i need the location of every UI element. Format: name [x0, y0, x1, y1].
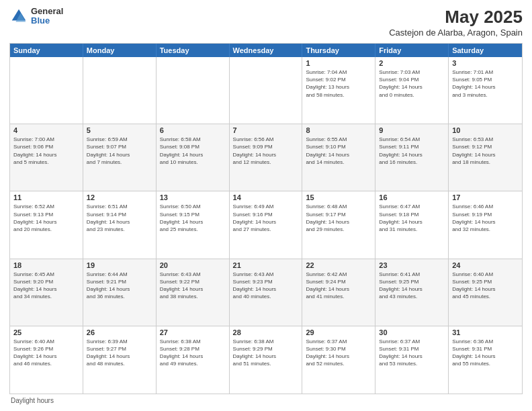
cal-cell-w3-d6: 16Sunrise: 6:47 AM Sunset: 9:18 PM Dayli… — [375, 191, 449, 258]
main-title: May 2025 — [389, 7, 523, 28]
cal-cell-w5-d3: 27Sunrise: 6:38 AM Sunset: 9:28 PM Dayli… — [157, 326, 230, 394]
day-number-23: 23 — [379, 261, 445, 269]
calendar-header: SundayMondayTuesdayWednesdayThursdayFrid… — [10, 44, 522, 57]
header-day-saturday: Saturday — [449, 44, 522, 57]
cal-cell-w3-d2: 12Sunrise: 6:51 AM Sunset: 9:14 PM Dayli… — [83, 191, 157, 258]
day-info-20: Sunrise: 6:43 AM Sunset: 9:22 PM Dayligh… — [160, 271, 226, 301]
header-day-wednesday: Wednesday — [230, 44, 303, 57]
day-info-14: Sunrise: 6:49 AM Sunset: 9:16 PM Dayligh… — [233, 203, 299, 233]
cal-cell-w5-d5: 29Sunrise: 6:37 AM Sunset: 9:30 PM Dayli… — [302, 326, 375, 394]
day-info-26: Sunrise: 6:39 AM Sunset: 9:27 PM Dayligh… — [87, 338, 152, 368]
day-number-25: 25 — [13, 328, 79, 336]
week-row-2: 4Sunrise: 7:00 AM Sunset: 9:06 PM Daylig… — [10, 124, 522, 191]
day-number-9: 9 — [379, 126, 445, 134]
day-number-17: 17 — [452, 193, 519, 201]
day-number-14: 14 — [233, 193, 299, 201]
day-number-22: 22 — [306, 261, 371, 269]
day-number-8: 8 — [306, 126, 371, 134]
day-number-27: 27 — [160, 328, 226, 336]
cal-cell-w1-d5: 1Sunrise: 7:04 AM Sunset: 9:02 PM Daylig… — [302, 57, 375, 124]
day-info-22: Sunrise: 6:42 AM Sunset: 9:24 PM Dayligh… — [306, 271, 371, 301]
day-number-21: 21 — [233, 261, 299, 269]
day-info-29: Sunrise: 6:37 AM Sunset: 9:30 PM Dayligh… — [306, 338, 371, 368]
day-info-8: Sunrise: 6:55 AM Sunset: 9:10 PM Dayligh… — [306, 136, 371, 166]
day-info-25: Sunrise: 6:40 AM Sunset: 9:26 PM Dayligh… — [13, 338, 79, 368]
day-number-19: 19 — [87, 261, 152, 269]
day-info-9: Sunrise: 6:54 AM Sunset: 9:11 PM Dayligh… — [379, 136, 445, 166]
cal-cell-w5-d7: 31Sunrise: 6:36 AM Sunset: 9:31 PM Dayli… — [449, 326, 522, 394]
day-info-21: Sunrise: 6:43 AM Sunset: 9:23 PM Dayligh… — [233, 271, 299, 301]
subtitle: Castejon de Alarba, Aragon, Spain — [389, 28, 523, 38]
day-number-28: 28 — [233, 328, 299, 336]
day-info-5: Sunrise: 6:59 AM Sunset: 9:07 PM Dayligh… — [87, 136, 152, 166]
cal-cell-w3-d3: 13Sunrise: 6:50 AM Sunset: 9:15 PM Dayli… — [157, 191, 230, 258]
cal-cell-w4-d1: 18Sunrise: 6:45 AM Sunset: 9:20 PM Dayli… — [10, 259, 83, 326]
day-info-2: Sunrise: 7:03 AM Sunset: 9:04 PM Dayligh… — [379, 68, 445, 99]
header: General Blue May 2025 Castejon de Alarba… — [9, 7, 523, 38]
cal-cell-w2-d4: 7Sunrise: 6:56 AM Sunset: 9:09 PM Daylig… — [230, 124, 303, 191]
cal-cell-w1-d4 — [230, 57, 303, 124]
cal-cell-w4-d3: 20Sunrise: 6:43 AM Sunset: 9:22 PM Dayli… — [157, 259, 230, 326]
day-info-15: Sunrise: 6:48 AM Sunset: 9:17 PM Dayligh… — [306, 203, 371, 233]
cal-cell-w1-d2 — [83, 57, 157, 124]
day-number-16: 16 — [379, 193, 445, 201]
cal-cell-w1-d7: 3Sunrise: 7:01 AM Sunset: 9:05 PM Daylig… — [449, 57, 522, 124]
cal-cell-w4-d6: 23Sunrise: 6:41 AM Sunset: 9:25 PM Dayli… — [375, 259, 449, 326]
day-number-31: 31 — [452, 328, 519, 336]
cal-cell-w2-d6: 9Sunrise: 6:54 AM Sunset: 9:11 PM Daylig… — [375, 124, 449, 191]
cal-cell-w2-d1: 4Sunrise: 7:00 AM Sunset: 9:06 PM Daylig… — [10, 124, 83, 191]
footer-note: Daylight hours — [9, 394, 523, 404]
cal-cell-w2-d3: 6Sunrise: 6:58 AM Sunset: 9:08 PM Daylig… — [157, 124, 230, 191]
cal-cell-w5-d2: 26Sunrise: 6:39 AM Sunset: 9:27 PM Dayli… — [83, 326, 157, 394]
cal-cell-w4-d2: 19Sunrise: 6:44 AM Sunset: 9:21 PM Dayli… — [83, 259, 157, 326]
cal-cell-w3-d7: 17Sunrise: 6:46 AM Sunset: 9:19 PM Dayli… — [449, 191, 522, 258]
cal-cell-w3-d1: 11Sunrise: 6:52 AM Sunset: 9:13 PM Dayli… — [10, 191, 83, 258]
cal-cell-w1-d1 — [10, 57, 83, 124]
day-number-1: 1 — [306, 59, 371, 67]
logo-blue-text: Blue — [31, 16, 63, 26]
day-info-23: Sunrise: 6:41 AM Sunset: 9:25 PM Dayligh… — [379, 271, 445, 301]
day-number-12: 12 — [87, 193, 152, 201]
cal-cell-w5-d1: 25Sunrise: 6:40 AM Sunset: 9:26 PM Dayli… — [10, 326, 83, 394]
day-info-11: Sunrise: 6:52 AM Sunset: 9:13 PM Dayligh… — [13, 203, 79, 233]
cal-cell-w1-d6: 2Sunrise: 7:03 AM Sunset: 9:04 PM Daylig… — [375, 57, 449, 124]
logo-text: General Blue — [31, 7, 63, 26]
day-info-10: Sunrise: 6:53 AM Sunset: 9:12 PM Dayligh… — [452, 136, 519, 166]
day-number-5: 5 — [87, 126, 152, 134]
day-info-13: Sunrise: 6:50 AM Sunset: 9:15 PM Dayligh… — [160, 203, 226, 233]
day-number-10: 10 — [452, 126, 519, 134]
header-day-friday: Friday — [375, 44, 449, 57]
logo-icon — [9, 7, 28, 26]
week-row-4: 18Sunrise: 6:45 AM Sunset: 9:20 PM Dayli… — [10, 259, 522, 326]
week-row-3: 11Sunrise: 6:52 AM Sunset: 9:13 PM Dayli… — [10, 191, 522, 259]
week-row-5: 25Sunrise: 6:40 AM Sunset: 9:26 PM Dayli… — [10, 326, 522, 394]
day-info-6: Sunrise: 6:58 AM Sunset: 9:08 PM Dayligh… — [160, 136, 226, 166]
day-info-12: Sunrise: 6:51 AM Sunset: 9:14 PM Dayligh… — [87, 203, 152, 233]
header-day-sunday: Sunday — [10, 44, 83, 57]
day-info-16: Sunrise: 6:47 AM Sunset: 9:18 PM Dayligh… — [379, 203, 445, 233]
cal-cell-w3-d5: 15Sunrise: 6:48 AM Sunset: 9:17 PM Dayli… — [302, 191, 375, 258]
day-number-30: 30 — [379, 328, 445, 336]
day-number-13: 13 — [160, 193, 226, 201]
day-number-20: 20 — [160, 261, 226, 269]
cal-cell-w1-d3 — [157, 57, 230, 124]
day-info-28: Sunrise: 6:38 AM Sunset: 9:29 PM Dayligh… — [233, 338, 299, 368]
day-info-24: Sunrise: 6:40 AM Sunset: 9:25 PM Dayligh… — [452, 271, 519, 301]
day-info-30: Sunrise: 6:37 AM Sunset: 9:31 PM Dayligh… — [379, 338, 445, 368]
cal-cell-w4-d4: 21Sunrise: 6:43 AM Sunset: 9:23 PM Dayli… — [230, 259, 303, 326]
day-number-26: 26 — [87, 328, 152, 336]
logo: General Blue — [9, 7, 63, 26]
day-number-11: 11 — [13, 193, 79, 201]
day-number-18: 18 — [13, 261, 79, 269]
cal-cell-w5-d6: 30Sunrise: 6:37 AM Sunset: 9:31 PM Dayli… — [375, 326, 449, 394]
day-info-4: Sunrise: 7:00 AM Sunset: 9:06 PM Dayligh… — [13, 136, 79, 166]
logo-general-text: General — [31, 7, 63, 16]
day-number-2: 2 — [379, 59, 445, 67]
day-number-7: 7 — [233, 126, 299, 134]
day-info-17: Sunrise: 6:46 AM Sunset: 9:19 PM Dayligh… — [452, 203, 519, 233]
day-info-7: Sunrise: 6:56 AM Sunset: 9:09 PM Dayligh… — [233, 136, 299, 166]
title-block: May 2025 Castejon de Alarba, Aragon, Spa… — [389, 7, 523, 38]
day-number-4: 4 — [13, 126, 79, 134]
day-info-3: Sunrise: 7:01 AM Sunset: 9:05 PM Dayligh… — [452, 68, 519, 99]
day-info-19: Sunrise: 6:44 AM Sunset: 9:21 PM Dayligh… — [87, 271, 152, 301]
